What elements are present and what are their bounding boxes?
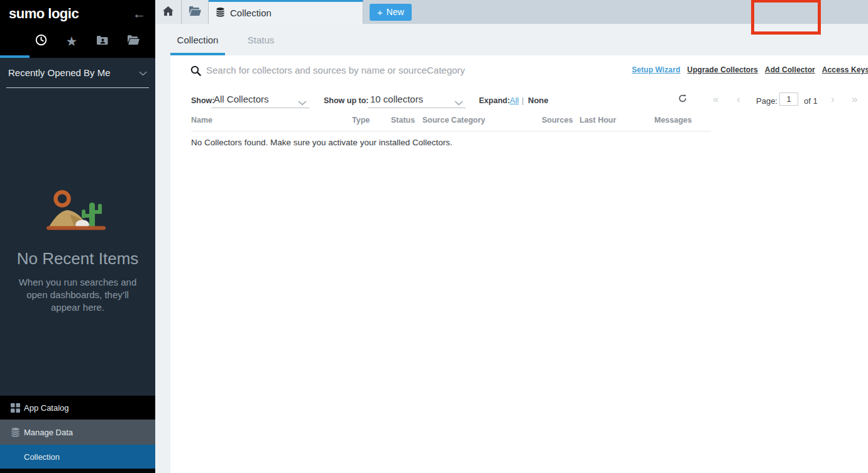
column-header-name[interactable]: Name (191, 116, 212, 125)
expand-all-link[interactable]: All (510, 96, 519, 105)
recent-filter-dropdown[interactable]: Recently Opened By Me (6, 58, 149, 88)
sidebar-item-app-catalog[interactable]: App Catalog (0, 396, 155, 420)
library-tab[interactable] (123, 35, 144, 47)
tab-collection[interactable]: Collection (209, 0, 363, 24)
home-icon (163, 6, 173, 18)
setup-wizard-link[interactable]: Setup Wizard (632, 65, 680, 74)
shared-content-tab[interactable] (92, 35, 113, 48)
sidebar-item-label: App Catalog (24, 403, 69, 413)
last-page-icon[interactable]: » (852, 94, 857, 104)
collapse-sidebar-icon[interactable]: ← (133, 7, 146, 20)
separator: | (522, 96, 524, 105)
page-number-input[interactable] (779, 92, 798, 106)
page-label: Page: (756, 96, 777, 106)
subtab-collection[interactable]: Collection (170, 24, 225, 55)
access-keys-link[interactable]: Access Keys (822, 65, 868, 74)
top-tab-bar: Collection + New (155, 0, 868, 24)
column-header-source-category[interactable]: Source Category (422, 116, 485, 125)
recent-filter-label: Recently Opened By Me (8, 67, 111, 78)
empty-recent-state: No Recent Items When you run searches an… (0, 186, 155, 313)
tab-label: Collection (230, 8, 272, 18)
sidebar: sumo logic ← ★ Recently Opened By Me (0, 0, 155, 473)
show-dropdown-value: All Collectors (214, 94, 269, 104)
next-page-icon[interactable]: › (831, 94, 835, 104)
search-input[interactable] (206, 62, 583, 78)
show-dropdown[interactable]: All Collectors (211, 91, 309, 108)
new-button[interactable]: + New (370, 4, 412, 21)
subtab-bar: Collection Status (155, 24, 868, 55)
chevron-down-icon (454, 97, 463, 108)
home-button[interactable] (155, 0, 182, 24)
column-header-sources[interactable]: Sources (542, 116, 573, 125)
clock-icon (35, 34, 47, 48)
no-recent-items-title: No Recent Items (0, 249, 155, 269)
add-collector-link[interactable]: Add Collector (765, 65, 815, 74)
quick-links: Setup Wizard Upgrade Collectors Add Coll… (632, 65, 868, 74)
sidebar-item-manage-data[interactable]: Manage Data (0, 420, 155, 445)
desert-cactus-illustration (37, 186, 119, 239)
sidebar-item-label: Collection (24, 452, 60, 462)
star-icon: ★ (66, 35, 78, 48)
sumo-logic-logo: sumo logic (9, 6, 79, 22)
plus-icon: + (377, 7, 383, 18)
empty-table-message: No Collectors found. Make sure you activ… (191, 138, 453, 147)
sidebar-bottom-strip (0, 469, 155, 473)
show-up-to-label: Show up to: (324, 96, 369, 105)
sidebar-item-label: Manage Data (24, 428, 73, 437)
open-folder-icon (128, 35, 140, 47)
collectors-table-header: Name Type Status Source Category Sources… (170, 116, 868, 131)
favorites-tab[interactable]: ★ (61, 35, 82, 48)
recents-tab[interactable] (30, 34, 52, 48)
column-header-status[interactable]: Status (391, 116, 415, 125)
chevron-down-icon (139, 67, 147, 79)
shared-folder-icon (97, 35, 109, 48)
search-icon (190, 65, 201, 79)
upgrade-collectors-link[interactable]: Upgrade Collectors (687, 65, 758, 74)
show-up-to-dropdown[interactable]: 10 collectors (368, 91, 466, 108)
table-header-divider (191, 131, 711, 131)
column-header-type[interactable]: Type (352, 116, 370, 125)
first-page-icon[interactable]: « (713, 94, 718, 104)
logo-bar: sumo logic ← (0, 0, 155, 27)
page-of-label: of 1 (804, 96, 818, 106)
subtab-status[interactable]: Status (242, 24, 280, 55)
grid-icon (11, 403, 20, 413)
column-header-messages[interactable]: Messages (654, 116, 692, 125)
main-area: Collection + New Collection Status Setup… (155, 0, 868, 473)
database-icon (11, 427, 20, 437)
no-recent-items-description: When you run searches and open dashboard… (12, 276, 144, 313)
sidebar-item-collection[interactable]: Collection (0, 445, 155, 469)
show-up-to-dropdown-value: 10 collectors (370, 94, 423, 104)
refresh-icon[interactable] (678, 94, 687, 106)
controls-row: Show: All Collectors Show up to: 10 coll… (170, 91, 868, 111)
sidebar-icon-tabs: ★ (0, 27, 155, 58)
expand-label: Expand: (479, 96, 510, 105)
collection-panel: Setup Wizard Upgrade Collectors Add Coll… (170, 55, 868, 473)
active-tab-indicator (0, 55, 30, 58)
library-button[interactable] (182, 0, 209, 24)
open-folder-icon (189, 6, 201, 18)
expand-none-link[interactable]: None (528, 96, 549, 105)
sidebar-bottom-menu: App Catalog Manage Data Collection (0, 396, 155, 473)
database-icon (216, 7, 225, 19)
new-button-label: New (387, 7, 404, 17)
column-header-last-hour[interactable]: Last Hour (580, 116, 616, 125)
prev-page-icon[interactable]: ‹ (737, 94, 740, 104)
chevron-down-icon (298, 97, 307, 108)
